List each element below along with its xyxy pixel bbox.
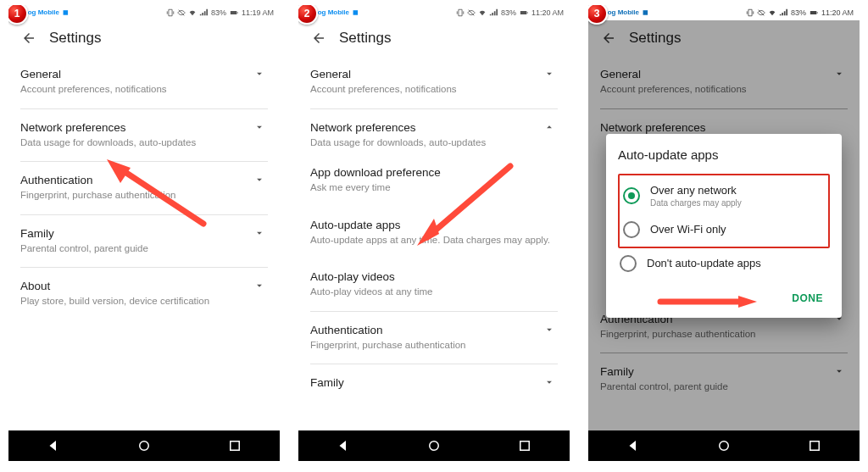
nav-recent-icon[interactable] [807, 438, 822, 453]
section-general[interactable]: General Account preferences, notificatio… [20, 56, 268, 109]
svg-point-2 [140, 441, 149, 451]
section-subtitle: Fingerprint, purchase authentication [310, 339, 541, 353]
svg-rect-0 [231, 11, 237, 14]
android-nav-bar [298, 430, 570, 461]
svg-point-14 [720, 441, 729, 451]
wifi-icon [478, 8, 487, 17]
app-bar: Settings [8, 20, 280, 56]
phone-step-2: 2 Dialog Mobile ◼ 83% 11:20 AM Settings … [298, 5, 570, 461]
chevron-down-icon [541, 376, 558, 388]
nav-recent-icon[interactable] [517, 438, 532, 453]
signal-icon [779, 8, 787, 17]
battery-percent: 83% [501, 8, 516, 17]
section-family[interactable]: Family Parental control, parent guide [20, 215, 268, 269]
android-nav-bar [588, 430, 860, 461]
section-family[interactable]: Family [310, 364, 558, 403]
section-general[interactable]: General Account preferences, notificatio… [310, 56, 558, 109]
section-about[interactable]: About Play store, build version, device … [20, 268, 268, 320]
nav-back-icon[interactable] [336, 438, 351, 453]
section-subtitle: Fingerprint, purchase authentication [20, 189, 251, 203]
option-sublabel: Data charges may apply [650, 198, 742, 208]
android-nav-bar [8, 430, 280, 461]
option-over-any-network[interactable]: Over any network Data charges may apply [621, 177, 826, 214]
section-title: Network preferences [310, 121, 541, 134]
radio-icon [623, 187, 640, 204]
wifi-icon [768, 8, 776, 17]
section-subtitle: Data usage for downloads, auto-updates [310, 136, 541, 150]
vibrate-icon [746, 8, 754, 17]
battery-icon [230, 8, 238, 17]
svg-point-8 [430, 441, 439, 451]
battery-percent: 83% [211, 8, 226, 17]
svg-rect-7 [527, 12, 528, 14]
auto-update-dialog: Auto-update apps Over any network Data c… [606, 134, 842, 318]
eye-off-icon [177, 8, 186, 17]
item-app-download-preference[interactable]: App download preference Ask me every tim… [310, 161, 558, 207]
section-subtitle: Account preferences, notifications [310, 83, 541, 97]
section-network-preferences[interactable]: Network preferences Data usage for downl… [20, 109, 268, 163]
section-authentication[interactable]: Authentication Fingerprint, purchase aut… [20, 162, 268, 215]
radio-icon [623, 221, 640, 238]
battery-icon [520, 8, 528, 17]
nav-recent-icon[interactable] [227, 438, 242, 453]
eye-off-icon [467, 8, 476, 17]
battery-percent: 83% [791, 8, 806, 17]
settings-list: General Account preferences, notificatio… [8, 56, 280, 430]
section-title: Network preferences [20, 121, 251, 134]
dialog-title: Auto-update apps [618, 147, 830, 162]
signal-icon [199, 8, 208, 17]
nav-home-icon[interactable] [136, 438, 152, 453]
svg-rect-9 [520, 441, 529, 451]
page-title: Settings [339, 30, 391, 47]
chevron-down-icon [541, 324, 558, 336]
radio-icon [620, 255, 637, 272]
section-subtitle: Play store, build version, device certif… [20, 295, 251, 308]
arrow-left-icon [311, 31, 326, 46]
svg-rect-12 [810, 11, 817, 14]
section-subtitle: Parental control, parent guide [20, 242, 251, 256]
eye-off-icon [757, 8, 765, 17]
settings-list: General Account preferences, notificatio… [298, 56, 570, 430]
status-bar: Dialog Mobile ◼ 83% 11:20 AM [588, 5, 860, 20]
page-title: Settings [49, 30, 101, 47]
option-over-wifi-only[interactable]: Over Wi-Fi only [621, 214, 826, 245]
nav-back-icon[interactable] [46, 438, 61, 453]
nav-back-icon[interactable] [626, 438, 641, 453]
vibrate-icon [166, 8, 175, 17]
nav-home-icon[interactable] [716, 438, 732, 453]
item-title: App download preference [310, 166, 558, 179]
section-title: Authentication [20, 174, 251, 186]
back-button[interactable] [307, 26, 331, 50]
section-title: Authentication [310, 324, 541, 336]
item-auto-play-videos[interactable]: Auto-play videos Auto-play videos at any… [310, 258, 558, 312]
chevron-down-icon [251, 68, 268, 80]
section-title: Family [20, 227, 251, 240]
option-dont-auto-update[interactable]: Don't auto-update apps [618, 248, 830, 279]
chevron-down-icon [251, 121, 268, 133]
chevron-down-icon [251, 280, 268, 292]
section-subtitle: Data usage for downloads, auto-updates [20, 136, 251, 150]
item-auto-update-apps[interactable]: Auto-update apps Auto-update apps at any… [310, 207, 558, 259]
wifi-icon [188, 8, 197, 17]
phone-step-1: 1 Dialog Mobile ◼ 83% 11:19 AM Settings … [8, 5, 280, 461]
dialog-scrim[interactable]: Auto-update apps Over any network Data c… [588, 20, 860, 430]
annotation-arrow [657, 296, 759, 308]
annotation-highlight: Over any network Data charges may apply … [618, 174, 830, 248]
clock: 11:20 AM [531, 8, 564, 17]
done-button[interactable]: DONE [785, 287, 830, 309]
back-button[interactable] [17, 26, 41, 50]
nav-home-icon[interactable] [426, 438, 442, 453]
item-subtitle: Auto-update apps at any time. Data charg… [310, 234, 558, 247]
phone-step-3: 3 Dialog Mobile ◼ 83% 11:20 AM Settings … [588, 5, 860, 461]
app-bar: Settings [298, 20, 570, 56]
status-bar: Dialog Mobile ◼ 83% 11:19 AM [8, 5, 280, 20]
chevron-up-icon [541, 121, 558, 133]
section-network-preferences[interactable]: Network preferences Data usage for downl… [310, 109, 558, 162]
section-subtitle: Account preferences, notifications [20, 83, 251, 97]
chevron-down-icon [251, 174, 268, 186]
svg-rect-3 [230, 441, 239, 451]
svg-rect-1 [237, 12, 238, 14]
section-title: Family [310, 376, 541, 389]
arrow-left-icon [21, 31, 36, 46]
section-authentication[interactable]: Authentication Fingerprint, purchase aut… [310, 312, 558, 365]
